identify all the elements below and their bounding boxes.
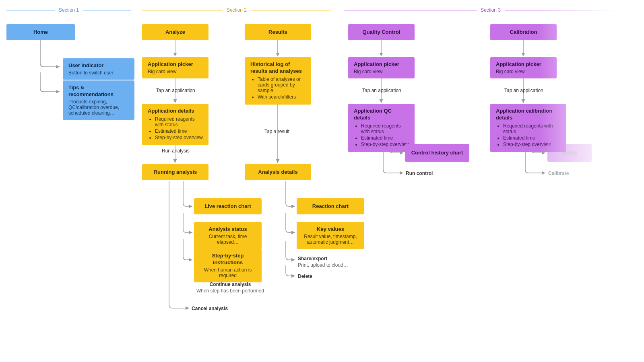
app-picker-q-sub: Big card view xyxy=(354,69,409,74)
an-status-sub: Current task, time elapsed… xyxy=(200,234,256,245)
label-run-analysis: Run analysis xyxy=(162,148,190,154)
section-header-3: Section 3 xyxy=(344,7,638,13)
key-values-sub: Result value, timestamp, automatic judgm… xyxy=(302,234,359,245)
section-1-label: Section 1 xyxy=(59,7,79,13)
ability-title: Ability xyxy=(553,150,586,156)
ctrl-hist-title: Control history chart xyxy=(411,150,464,156)
node-analysis-details: Analysis details xyxy=(245,164,311,180)
app-picker-a-sub: Big card view xyxy=(148,69,203,74)
node-key-values: Key values Result value, timestamp, auto… xyxy=(297,222,364,249)
node-app-picker-analyze: Application picker Big card view xyxy=(142,57,208,78)
app-details-list: Required reagents with status Estimated … xyxy=(148,116,203,140)
node-analyze: Analyze xyxy=(142,24,208,40)
node-ability: Ability xyxy=(547,144,592,162)
tips-sub: Products expiring, QC/calibration overdu… xyxy=(68,99,129,116)
cal-details-list: Required reagents with status Estimated … xyxy=(496,123,560,147)
node-continue-analysis: Continue analysis When step has been per… xyxy=(194,282,266,294)
results-title: Results xyxy=(250,29,305,36)
qc-details-list: Required reagents with status Estimated … xyxy=(354,123,409,147)
hist-log-title: Historical log of results and analyses xyxy=(250,61,305,75)
node-control-history-chart: Control history chart xyxy=(405,144,469,162)
analyze-title: Analyze xyxy=(148,29,203,36)
user-indicator-title: User indicator xyxy=(68,62,129,69)
home-title: Home xyxy=(12,29,69,36)
hist-log-list: Table of analyses or cards grouped by sa… xyxy=(250,76,305,100)
label-tap-application-analyze: Tap an application xyxy=(156,88,195,93)
node-quality-control: Quality Control xyxy=(348,24,415,40)
section-2-label: Section 2 xyxy=(227,7,247,13)
node-tips: Tips & recommendations Products expiring… xyxy=(63,80,134,120)
an-details-title: Analysis details xyxy=(250,169,305,176)
node-application-details: Application details Required reagents wi… xyxy=(142,104,208,145)
node-app-picker-qc: Application picker Big card view xyxy=(348,57,415,78)
node-cancel-analysis: Cancel analysis xyxy=(192,306,228,311)
label-tap-result: Tap a result xyxy=(264,129,289,134)
node-share-export: Share/export Print, upload to cloud… xyxy=(298,256,348,268)
node-home: Home xyxy=(6,24,75,40)
app-picker-c-sub: Big card view xyxy=(496,69,551,74)
node-delete: Delete xyxy=(298,274,312,279)
node-running-analysis: Running analysis xyxy=(142,164,208,180)
cal-details-title: Application calibration details xyxy=(496,108,560,121)
app-picker-c-title: Application picker xyxy=(496,61,551,68)
node-results: Results xyxy=(245,24,311,40)
an-status-title: Analysis status xyxy=(200,226,256,233)
calibration-title: Calibration xyxy=(496,29,551,36)
node-live-reaction-chart: Live reaction chart xyxy=(194,198,262,214)
step-instr-title: Step-by-step instructions xyxy=(200,253,256,266)
key-values-title: Key values xyxy=(302,226,359,233)
react-chart-title: Reaction chart xyxy=(302,203,359,210)
qc-title: Quality Control xyxy=(354,29,409,36)
user-indicator-sub: Button to switch user xyxy=(68,70,129,76)
node-calibrate: Calibrate xyxy=(548,171,569,176)
step-instr-sub: When human action is required xyxy=(200,267,256,278)
fade-right-overlay xyxy=(539,0,644,362)
node-run-control: Run control xyxy=(406,171,433,176)
label-tap-application-qc: Tap an application xyxy=(362,88,401,93)
qc-details-title: Application QC details xyxy=(354,108,409,121)
section-header-2: Section 2 xyxy=(142,7,331,13)
section-3-label: Section 3 xyxy=(481,7,501,13)
label-tap-application-calibration: Tap an application xyxy=(504,88,543,93)
node-app-picker-calibration: Application picker Big card view xyxy=(490,57,557,78)
node-calibration: Calibration xyxy=(490,24,557,40)
app-details-title: Application details xyxy=(148,108,203,115)
node-user-indicator: User indicator Button to switch user xyxy=(63,58,134,80)
tips-title: Tips & recommendations xyxy=(68,84,129,98)
live-chart-title: Live reaction chart xyxy=(200,203,256,210)
app-picker-a-title: Application picker xyxy=(148,61,203,68)
node-historical-log: Historical log of results and analyses T… xyxy=(245,57,311,105)
section-header-1: Section 1 xyxy=(6,7,131,13)
node-analysis-status: Analysis status Current task, time elaps… xyxy=(194,222,262,249)
node-reaction-chart: Reaction chart xyxy=(297,198,364,214)
node-step-instructions: Step-by-step instructions When human act… xyxy=(194,249,262,282)
connectors-layer xyxy=(0,0,644,362)
app-picker-q-title: Application picker xyxy=(354,61,409,68)
running-title: Running analysis xyxy=(148,169,203,176)
